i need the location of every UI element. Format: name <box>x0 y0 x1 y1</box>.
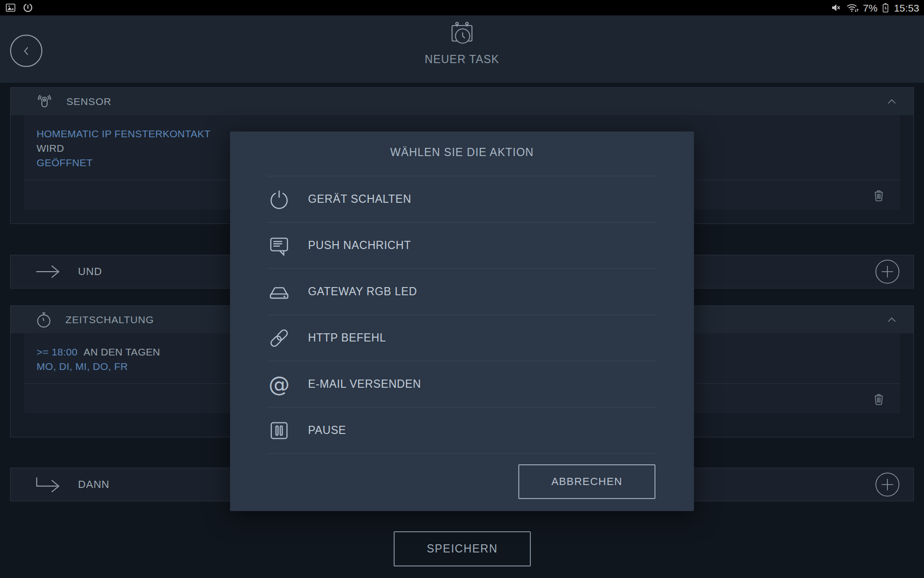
action-item-pause[interactable]: PAUSE <box>268 407 656 454</box>
link-icon <box>268 327 291 350</box>
time-condition-link[interactable]: >= 18:00 <box>37 346 77 357</box>
screenshot-image-icon <box>5 2 16 13</box>
sensor-remote-icon <box>35 92 54 111</box>
action-label: PUSH NACHRICHT <box>308 239 411 252</box>
delete-sensor-button[interactable] <box>871 187 886 203</box>
page-title: NEUER TASK <box>425 53 500 66</box>
action-picker-modal: WÄHLEN SIE DIE AKTION GERÄT SCHALTEN PUS… <box>230 131 694 511</box>
action-label: GERÄT SCHALTEN <box>308 193 411 206</box>
status-time: 15:53 <box>894 3 919 13</box>
add-und-condition-button[interactable] <box>875 259 900 284</box>
collapse-sensor-button[interactable] <box>885 94 899 109</box>
collapse-zeitschaltung-button[interactable] <box>885 313 899 327</box>
trash-icon <box>871 187 886 203</box>
plus-circle-icon <box>875 259 900 284</box>
action-item-push-nachricht[interactable]: PUSH NACHRICHT <box>268 223 656 269</box>
action-item-geraet-schalten[interactable]: GERÄT SCHALTEN <box>268 176 656 223</box>
action-item-http-befehl[interactable]: HTTP BEFEHL <box>268 315 656 361</box>
wifi-icon <box>846 2 859 13</box>
add-dann-action-button[interactable] <box>875 472 900 497</box>
action-list: GERÄT SCHALTEN PUSH NACHRICHT GATEWA <box>268 176 656 454</box>
sensor-section-label: SENSOR <box>66 96 885 107</box>
chevron-up-icon <box>885 313 899 327</box>
battery-percent: 7% <box>863 3 877 13</box>
status-bar: 7% 15:53 <box>0 0 924 15</box>
muted-speaker-icon <box>830 2 842 13</box>
at-sign-icon: @ <box>269 374 290 395</box>
elbow-arrow-icon <box>35 476 62 493</box>
data-saver-icon <box>22 2 34 13</box>
action-label: E-MAIL VERSENDEN <box>308 378 421 391</box>
sensor-section-header[interactable]: SENSOR <box>11 88 913 115</box>
power-icon <box>268 188 291 211</box>
chevron-up-icon <box>885 94 899 109</box>
battery-charging-icon <box>882 2 889 13</box>
modal-title: WÄHLEN SIE DIE AKTION <box>230 131 694 159</box>
action-item-email-versenden[interactable]: @ E-MAIL VERSENDEN <box>268 361 656 407</box>
action-item-gateway-rgb-led[interactable]: GATEWAY RGB LED <box>268 269 656 315</box>
pause-icon <box>268 420 290 442</box>
stopwatch-icon <box>35 311 53 329</box>
trash-icon <box>871 391 886 407</box>
delete-zeitschaltung-button[interactable] <box>871 391 886 407</box>
cancel-button[interactable]: ABBRECHEN <box>518 464 655 499</box>
gateway-device-icon <box>268 280 291 303</box>
save-button[interactable]: SPEICHERN <box>394 531 531 566</box>
calendar-clock-icon <box>447 19 477 49</box>
action-label: GATEWAY RGB LED <box>308 285 417 298</box>
arrow-right-icon <box>35 263 62 280</box>
chat-message-icon <box>268 235 290 257</box>
header: NEUER TASK <box>0 15 924 83</box>
action-label: PAUSE <box>308 424 346 437</box>
plus-circle-icon <box>875 472 900 497</box>
action-label: HTTP BEFEHL <box>308 331 386 344</box>
time-condition-text: AN DEN TAGEN <box>84 346 160 357</box>
